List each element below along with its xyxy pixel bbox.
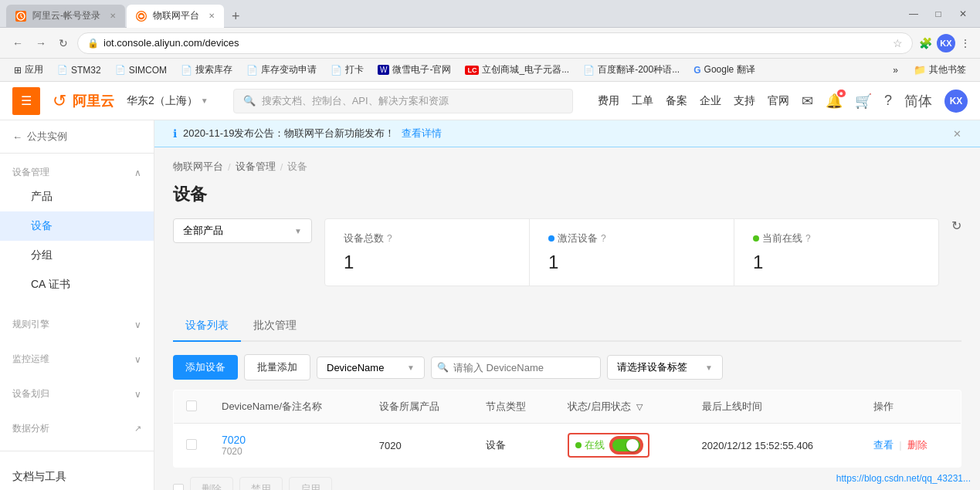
- enable-button[interactable]: 启用: [289, 477, 332, 490]
- bookmark-simcom[interactable]: 📄 SIMCOM: [109, 63, 173, 77]
- region-selector[interactable]: 华东2（上海） ▼: [127, 94, 209, 108]
- nav-official[interactable]: 官网: [768, 94, 789, 108]
- device-search-input[interactable]: [431, 357, 601, 379]
- waveshare-icon: W: [378, 65, 389, 75]
- tab-2[interactable]: 物联网平台 ✕: [127, 5, 224, 28]
- sidebar-group-data-analysis[interactable]: 数据分析 ↗: [0, 416, 154, 438]
- sidebar-section-monitor: 监控运维 ∨: [0, 340, 154, 375]
- avatar[interactable]: KX: [944, 90, 968, 113]
- notice-link[interactable]: 查看详情: [402, 127, 442, 140]
- reload-button[interactable]: ↻: [56, 34, 71, 52]
- bookmark-lcsc[interactable]: LC 立创商城_电子元器...: [459, 62, 575, 78]
- top-search[interactable]: 🔍 搜索文档、控制台、API、解决方案和资源: [233, 89, 573, 113]
- sidebar-item-group[interactable]: 分组: [0, 241, 154, 270]
- sidebar-item-docs[interactable]: 文档与工具: [12, 464, 141, 490]
- stat-activated-value: 1: [548, 252, 715, 273]
- expand-icon-3: ∨: [134, 389, 141, 400]
- bookmark-other-folder[interactable]: 📁 其他书签: [907, 62, 972, 78]
- url-box[interactable]: 🔒 iot.console.aliyun.com/devices ☆: [77, 32, 913, 54]
- row-select-checkbox[interactable]: [186, 439, 197, 450]
- bookmark-clockin[interactable]: 📄 打卡: [324, 62, 370, 78]
- sidebar-product-label: 产品: [31, 190, 53, 204]
- enable-toggle[interactable]: [611, 438, 642, 453]
- new-tab-button[interactable]: +: [226, 5, 246, 28]
- region-label: 华东2（上海）: [127, 94, 198, 108]
- add-device-button[interactable]: 添加设备: [173, 355, 238, 380]
- extensions-button[interactable]: 🧩: [919, 37, 932, 49]
- tab-2-close[interactable]: ✕: [209, 12, 215, 20]
- email-icon[interactable]: ✉: [802, 93, 813, 110]
- forward-button[interactable]: →: [32, 34, 49, 52]
- profile-button[interactable]: KX: [937, 34, 955, 52]
- sidebar-item-ca[interactable]: CA 证书: [0, 270, 154, 299]
- stat-activated-help[interactable]: ?: [601, 233, 606, 244]
- stm32-icon: 📄: [57, 65, 68, 75]
- bookmark-star[interactable]: ☆: [893, 37, 903, 49]
- back-arrow-icon: ←: [12, 131, 22, 143]
- bookmark-stock-request[interactable]: 📄 库存变动申请: [240, 62, 323, 78]
- breadcrumb-iot[interactable]: 物联网平台: [173, 160, 223, 174]
- bookmark-stm32[interactable]: 📄 STM32: [51, 63, 107, 77]
- product-selector[interactable]: 全部产品 ▼: [173, 218, 312, 243]
- nav-support[interactable]: 支持: [734, 94, 755, 108]
- maximize-button[interactable]: □: [927, 6, 949, 22]
- search-placeholder: 搜索文档、控制台、API、解决方案和资源: [262, 94, 449, 108]
- notice-bar: ℹ 2020-11-19发布公告：物联网平台新功能发布！ 查看详情 ✕: [154, 120, 980, 147]
- language-icon[interactable]: 简体: [904, 92, 932, 110]
- bottom-checkbox[interactable]: [173, 484, 184, 490]
- nav-record[interactable]: 备案: [666, 94, 687, 108]
- stat-total-help[interactable]: ?: [387, 233, 392, 244]
- sidebar-item-device[interactable]: 设备: [0, 211, 154, 241]
- action-view[interactable]: 查看: [873, 439, 894, 451]
- sidebar-group-rules[interactable]: 规则引擎 ∨: [0, 312, 154, 334]
- sidebar-group-device-mgmt[interactable]: 设备管理 ∧: [0, 160, 154, 182]
- search-field-selector[interactable]: DeviceName ▼: [317, 357, 425, 379]
- blue-dot: [548, 235, 554, 242]
- bookmark-waveshare[interactable]: W 微雪电子-官网: [371, 62, 457, 78]
- back-button[interactable]: ←: [9, 34, 26, 52]
- hamburger-button[interactable]: ☰: [12, 87, 40, 115]
- page-footer[interactable]: https://blog.csdn.net/qq_43231...: [836, 473, 971, 484]
- bookmark-apps[interactable]: ⊞ 应用: [8, 62, 49, 78]
- stat-online-help[interactable]: ?: [805, 233, 811, 244]
- bookmark-more-button[interactable]: »: [888, 63, 903, 77]
- brand[interactable]: ↺ 阿里云: [53, 91, 114, 111]
- notice-close-button[interactable]: ✕: [953, 128, 961, 140]
- nav-ticket[interactable]: 工单: [632, 94, 653, 108]
- bookmark-search-stock[interactable]: 📄 搜索库存: [175, 62, 239, 78]
- tab-1-close[interactable]: ✕: [110, 12, 116, 20]
- tab-1[interactable]: 阿里云-帐号登录 ✕: [6, 5, 125, 28]
- select-all-checkbox[interactable]: [186, 400, 197, 411]
- batch-add-button[interactable]: 批量添加: [244, 354, 310, 380]
- delete-button[interactable]: 删除: [190, 477, 233, 490]
- sidebar-group-monitor[interactable]: 监控运维 ∨: [0, 346, 154, 369]
- cart-icon[interactable]: 🛒: [855, 93, 872, 110]
- bookmarks-bar: ⊞ 应用 📄 STM32 📄 SIMCOM 📄 搜索库存 📄 库存变动申请 📄 …: [0, 59, 980, 82]
- sidebar-back[interactable]: ← 公共实例: [0, 120, 154, 154]
- refresh-button[interactable]: ↻: [951, 218, 961, 233]
- row-device-name: 7020 7020: [209, 424, 367, 468]
- minimize-button[interactable]: —: [903, 6, 924, 22]
- tab-batch-mgmt[interactable]: 批次管理: [241, 311, 309, 342]
- nav-cost[interactable]: 费用: [598, 94, 619, 108]
- action-delete[interactable]: 删除: [907, 439, 927, 451]
- help-icon[interactable]: ?: [884, 93, 892, 109]
- sidebar-item-product[interactable]: 产品: [0, 182, 154, 211]
- close-button[interactable]: ✕: [952, 6, 974, 22]
- device-name-link[interactable]: 7020: [222, 434, 354, 446]
- filter-icon[interactable]: ▽: [636, 402, 643, 411]
- tag-selector[interactable]: 请选择设备标签 ▼: [607, 355, 723, 380]
- nav-enterprise[interactable]: 企业: [700, 94, 721, 108]
- sidebar-group-device-dispatch[interactable]: 设备划归 ∨: [0, 381, 154, 404]
- bell-icon[interactable]: 🔔●: [826, 93, 843, 110]
- bookmark-apps-label: 应用: [25, 63, 43, 76]
- bookmark-baidu-translate[interactable]: 📄 百度翻译-200种语...: [577, 62, 686, 78]
- tab-bar: 阿里云-帐号登录 ✕ 物联网平台 ✕ +: [6, 0, 900, 28]
- tab-2-icon: [136, 11, 147, 22]
- menu-button[interactable]: ⋮: [960, 37, 971, 49]
- tab-device-list[interactable]: 设备列表: [173, 311, 241, 342]
- disable-button[interactable]: 禁用: [239, 477, 283, 490]
- breadcrumb-device-mgmt[interactable]: 设备管理: [236, 160, 276, 174]
- bookmark-google-translate[interactable]: G Google 翻译: [687, 62, 761, 78]
- sidebar-ca-label: CA 证书: [31, 278, 70, 292]
